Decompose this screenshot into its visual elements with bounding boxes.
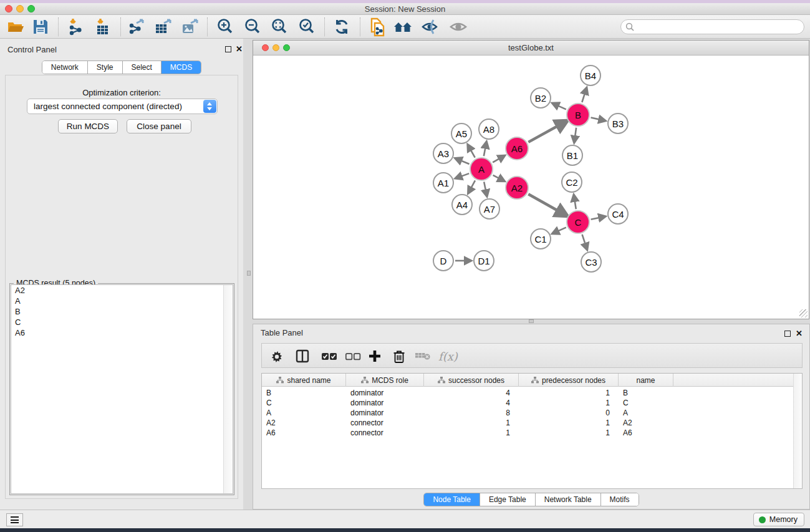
save-session-button[interactable] — [30, 17, 51, 36]
graph-node-B4[interactable]: B4 — [580, 65, 601, 86]
table-row[interactable]: Bdominator41B — [262, 388, 673, 398]
tab-network[interactable]: Network — [42, 61, 88, 74]
search-input[interactable] — [637, 21, 799, 33]
column-header-successor-nodes[interactable]: successor nodes — [424, 374, 519, 387]
column-header-predecessor-nodes[interactable]: predecessor nodes — [519, 374, 619, 387]
graph-edge-A-A6[interactable] — [493, 157, 503, 162]
select-all-columns-button[interactable] — [321, 347, 337, 365]
table-settings-button[interactable] — [269, 347, 284, 365]
table-row[interactable]: Adominator80A — [262, 408, 673, 418]
graph-edge-A2-C[interactable] — [528, 194, 564, 214]
export-image-button[interactable] — [179, 17, 200, 36]
tab-edge-table[interactable]: Edge Table — [480, 493, 536, 506]
close-table-panel-icon[interactable]: ✕ — [796, 329, 803, 338]
tab-motifs[interactable]: Motifs — [601, 493, 639, 506]
result-item[interactable]: A — [11, 296, 233, 306]
table-scrollbar[interactable] — [793, 374, 802, 488]
graph-edge-B-B1[interactable] — [574, 128, 576, 140]
vertical-split-handle[interactable] — [247, 271, 251, 276]
close-panel-button[interactable]: Close panel — [127, 119, 191, 133]
refresh-button[interactable] — [331, 17, 352, 36]
result-list-scrollbar[interactable] — [223, 285, 233, 493]
result-item[interactable]: A6 — [11, 327, 233, 338]
task-history-button[interactable] — [6, 513, 23, 526]
graph-node-A5[interactable]: A5 — [451, 123, 472, 144]
clone-style-button[interactable] — [368, 17, 389, 36]
graph-edge-C-C3[interactable] — [582, 235, 587, 248]
memory-button[interactable]: Memory — [753, 513, 804, 526]
column-header-MCDS-role[interactable]: MCDS role — [346, 374, 424, 387]
graph-edge-B-B4[interactable] — [582, 90, 586, 102]
export-network-button[interactable] — [126, 17, 147, 36]
create-column-button[interactable] — [368, 347, 382, 365]
criterion-select[interactable]: largest connected component (directed) — [27, 99, 218, 114]
graph-edge-A-A2[interactable] — [493, 175, 503, 180]
column-header-name[interactable]: name — [619, 374, 673, 387]
graph-node-A2[interactable]: A2 — [505, 176, 529, 200]
tab-node-table[interactable]: Node Table — [424, 493, 480, 506]
show-all-button[interactable] — [448, 17, 469, 36]
graph-node-A7[interactable]: A7 — [479, 198, 500, 220]
result-item[interactable]: A2 — [11, 285, 233, 296]
graph-edge-A-A5[interactable] — [469, 147, 475, 158]
graph-edge-B-B2[interactable] — [554, 104, 566, 110]
search-field[interactable] — [620, 19, 804, 34]
graph-edge-A6-B[interactable] — [528, 123, 564, 142]
tab-select[interactable]: Select — [123, 61, 162, 74]
graph-node-C1[interactable]: C1 — [530, 228, 551, 249]
network-window-titlebar[interactable]: testGlobe.txt — [253, 41, 809, 56]
graph-node-A3[interactable]: A3 — [433, 143, 454, 164]
graph-edge-C-C1[interactable] — [554, 228, 566, 233]
graph-node-A6[interactable]: A6 — [505, 137, 529, 160]
graph-edge-A-A4[interactable] — [469, 180, 475, 191]
graph-node-B1[interactable]: B1 — [562, 145, 583, 166]
node-table[interactable]: shared nameMCDS rolesuccessor nodesprede… — [261, 373, 803, 489]
zoom-out-button[interactable] — [242, 17, 263, 36]
hide-selected-button[interactable] — [420, 17, 441, 36]
window-resize-grip[interactable] — [799, 309, 808, 317]
graph-node-C2[interactable]: C2 — [561, 172, 582, 193]
graph-node-C4[interactable]: C4 — [607, 203, 629, 225]
table-row[interactable]: A2connector11A2 — [262, 418, 673, 428]
column-header-shared-name[interactable]: shared name — [262, 374, 346, 387]
graph-node-A8[interactable]: A8 — [478, 118, 499, 140]
delete-column-button[interactable] — [393, 347, 405, 365]
table-row[interactable]: Cdominator41C — [262, 398, 673, 408]
mcds-result-list[interactable]: A2ABCA6 — [11, 284, 233, 494]
graph-node-B3[interactable]: B3 — [607, 113, 629, 134]
graph-node-D[interactable]: D — [433, 250, 454, 271]
graph-node-D1[interactable]: D1 — [473, 250, 494, 271]
show-columns-button[interactable] — [295, 347, 310, 365]
graph-node-B[interactable]: B — [566, 103, 590, 127]
tab-network-table[interactable]: Network Table — [536, 493, 601, 506]
float-panel-icon[interactable] — [225, 46, 231, 52]
graph-edge-A-A7[interactable] — [484, 182, 486, 195]
graph-edge-C-C2[interactable] — [574, 197, 576, 210]
unselect-all-columns-button[interactable] — [345, 347, 361, 365]
import-table-button[interactable] — [92, 17, 113, 36]
network-canvas[interactable]: AA1A2A3A4A5A6A7A8BB1B2B3B4CC1C2C3C4DD1 — [253, 56, 809, 319]
close-panel-icon[interactable]: ✕ — [236, 44, 243, 54]
graph-edge-A-A8[interactable] — [484, 144, 486, 157]
float-table-panel-icon[interactable] — [784, 331, 791, 337]
export-table-button[interactable] — [152, 17, 173, 36]
graph-node-C[interactable]: C — [566, 210, 590, 234]
result-item[interactable]: B — [11, 306, 233, 317]
graph-node-A4[interactable]: A4 — [451, 194, 473, 215]
graph-node-B2[interactable]: B2 — [530, 87, 551, 109]
import-network-button[interactable] — [65, 17, 86, 36]
zoom-fit-button[interactable] — [269, 17, 290, 36]
graph-edge-A-A1[interactable] — [458, 173, 470, 178]
horizontal-split-handle[interactable] — [529, 319, 534, 323]
graph-edge-A-A3[interactable] — [457, 159, 469, 164]
first-neighbors-button[interactable] — [393, 17, 414, 36]
open-file-button[interactable] — [5, 17, 26, 36]
zoom-in-button[interactable] — [215, 17, 236, 36]
graph-edge-B-B3[interactable] — [591, 117, 604, 120]
graph-edge-C-C4[interactable] — [591, 217, 604, 220]
tab-style[interactable]: Style — [88, 61, 123, 74]
graph-node-A[interactable]: A — [470, 157, 493, 181]
tab-mcds[interactable]: MCDS — [162, 61, 201, 74]
run-mcds-button[interactable]: Run MCDS — [58, 119, 118, 133]
table-row[interactable]: A6connector11A6 — [262, 428, 673, 438]
